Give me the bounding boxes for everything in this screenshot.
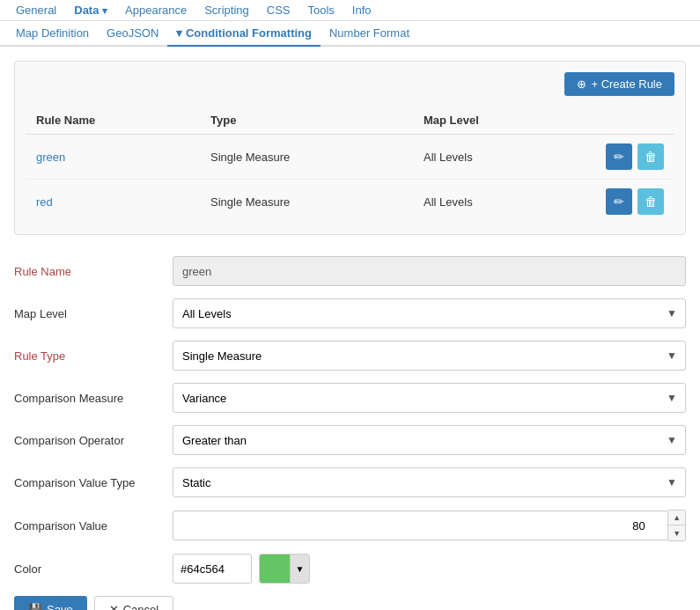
col-header-maplevel: Map Level: [413, 107, 587, 135]
create-rule-button[interactable]: ⊕ + Create Rule: [564, 72, 674, 96]
rules-card: ⊕ + Create Rule Rule Name Type Map Level…: [14, 61, 686, 235]
comparison-operator-select-wrapper: Greater than Less than Equal to Greater …: [173, 425, 686, 455]
color-wrapper: ▼: [173, 554, 686, 584]
top-nav: General Data ▾ Appearance Scripting CSS …: [0, 0, 700, 21]
rule-actions-cell: ✏ 🗑: [587, 135, 674, 180]
rule-type-cell: Single Measure: [200, 180, 413, 224]
spinner-up-button[interactable]: ▲: [668, 511, 686, 525]
rule-maplevel-cell: All Levels: [413, 135, 587, 180]
rule-name-input[interactable]: [173, 256, 686, 286]
rule-name-label: Rule Name: [14, 265, 173, 278]
rule-name-link-red[interactable]: red: [36, 195, 53, 209]
times-icon: ✕: [109, 603, 119, 610]
comparison-operator-label: Comparison Operator: [14, 434, 173, 447]
comparison-value-type-select[interactable]: Static Dynamic: [173, 467, 686, 497]
rules-card-header: ⊕ + Create Rule: [26, 72, 674, 96]
nav-map-definition[interactable]: Map Definition: [7, 21, 98, 45]
trash-icon: 🗑: [645, 150, 657, 164]
pencil-icon: ✏: [614, 195, 624, 209]
rule-name-link-green[interactable]: green: [36, 151, 65, 164]
rules-table: Rule Name Type Map Level green Single Me…: [26, 107, 674, 224]
nav-number-format[interactable]: Number Format: [321, 21, 418, 45]
color-label: Color: [14, 562, 173, 576]
rule-type-cell: Single Measure: [200, 135, 413, 180]
second-nav: Map Definition GeoJSON ▾ Conditional For…: [0, 21, 700, 47]
col-header-type: Type: [200, 107, 413, 135]
comparison-value-input[interactable]: [173, 511, 668, 540]
edit-rule-red-button[interactable]: ✏: [606, 188, 632, 215]
cancel-button[interactable]: ✕ Cancel: [94, 596, 173, 610]
nav-general[interactable]: General: [7, 0, 65, 20]
save-button[interactable]: 💾 Save: [14, 596, 87, 610]
comparison-operator-row: Comparison Operator Greater than Less th…: [14, 425, 686, 455]
color-dropdown-icon[interactable]: ▼: [290, 554, 309, 584]
map-level-select[interactable]: All Levels Level 1 Level 2 Level 3: [173, 298, 686, 328]
nav-geojson[interactable]: GeoJSON: [98, 21, 167, 45]
rule-type-select[interactable]: Single Measure Multi Measure: [173, 341, 686, 371]
rule-type-row: Rule Type Single Measure Multi Measure ▼: [14, 341, 686, 371]
nav-info[interactable]: Info: [343, 0, 380, 20]
pencil-icon: ✏: [614, 150, 624, 164]
nav-data[interactable]: Data ▾: [65, 0, 116, 20]
rule-name-cell: red: [26, 180, 200, 224]
rule-actions-cell-red: ✏ 🗑: [587, 180, 674, 224]
spinner-buttons: ▲ ▼: [668, 510, 686, 541]
table-row: green Single Measure All Levels ✏ 🗑: [26, 135, 674, 180]
trash-icon: 🗑: [645, 195, 657, 209]
comparison-value-type-label: Comparison Value Type: [14, 476, 173, 489]
map-level-row: Map Level All Levels Level 1 Level 2 Lev…: [14, 298, 686, 328]
data-dropdown-icon: ▾: [102, 5, 107, 16]
form-section: Rule Name Map Level All Levels Level 1 L…: [14, 253, 686, 610]
map-level-select-wrapper: All Levels Level 1 Level 2 Level 3 ▼: [173, 298, 686, 328]
nav-conditional-formatting[interactable]: ▾ Conditional Formatting: [167, 21, 321, 47]
nav-appearance[interactable]: Appearance: [116, 0, 195, 20]
plus-icon: ⊕: [577, 77, 586, 91]
color-swatch: [260, 554, 290, 584]
save-icon: 💾: [28, 603, 42, 610]
rule-name-cell: green: [26, 135, 200, 180]
spinner-down-button[interactable]: ▼: [668, 525, 686, 540]
nav-tools[interactable]: Tools: [299, 0, 343, 20]
comparison-operator-select[interactable]: Greater than Less than Equal to Greater …: [173, 425, 686, 455]
comparison-measure-label: Comparison Measure: [14, 392, 173, 405]
main-content: ⊕ + Create Rule Rule Name Type Map Level…: [0, 47, 700, 610]
color-hex-input[interactable]: [173, 554, 252, 584]
comparison-value-type-row: Comparison Value Type Static Dynamic ▼: [14, 467, 686, 497]
nav-css[interactable]: CSS: [258, 0, 299, 20]
action-btns: ✏ 🗑: [598, 143, 664, 170]
nav-scripting[interactable]: Scripting: [195, 0, 258, 20]
color-swatch-button[interactable]: ▼: [259, 554, 310, 584]
comparison-measure-select[interactable]: Variance Mean Median: [173, 383, 686, 413]
comparison-measure-select-wrapper: Variance Mean Median ▼: [173, 383, 686, 413]
rule-name-row: Rule Name: [14, 256, 686, 286]
rule-type-select-wrapper: Single Measure Multi Measure ▼: [173, 341, 686, 371]
comparison-value-row: Comparison Value ▲ ▼: [14, 510, 686, 541]
rule-maplevel-cell: All Levels: [413, 180, 587, 224]
comparison-value-type-select-wrapper: Static Dynamic ▼: [173, 467, 686, 497]
dropdown-icon: ▾: [176, 26, 186, 40]
col-header-rulename: Rule Name: [26, 107, 200, 135]
color-row: Color ▼: [14, 554, 686, 584]
map-level-label: Map Level: [14, 307, 173, 320]
delete-rule-red-button[interactable]: 🗑: [637, 188, 664, 215]
comparison-measure-row: Comparison Measure Variance Mean Median …: [14, 383, 686, 413]
comparison-value-spinner-wrapper: ▲ ▼: [173, 510, 686, 541]
rule-type-label: Rule Type: [14, 349, 173, 363]
action-btns-red: ✏ 🗑: [598, 188, 664, 215]
col-header-actions: [587, 107, 674, 135]
table-row: red Single Measure All Levels ✏ 🗑: [26, 180, 674, 224]
delete-rule-green-button[interactable]: 🗑: [637, 143, 664, 170]
edit-rule-green-button[interactable]: ✏: [606, 143, 632, 170]
comparison-value-label: Comparison Value: [14, 519, 173, 533]
form-actions: 💾 Save ✕ Cancel: [14, 596, 686, 610]
